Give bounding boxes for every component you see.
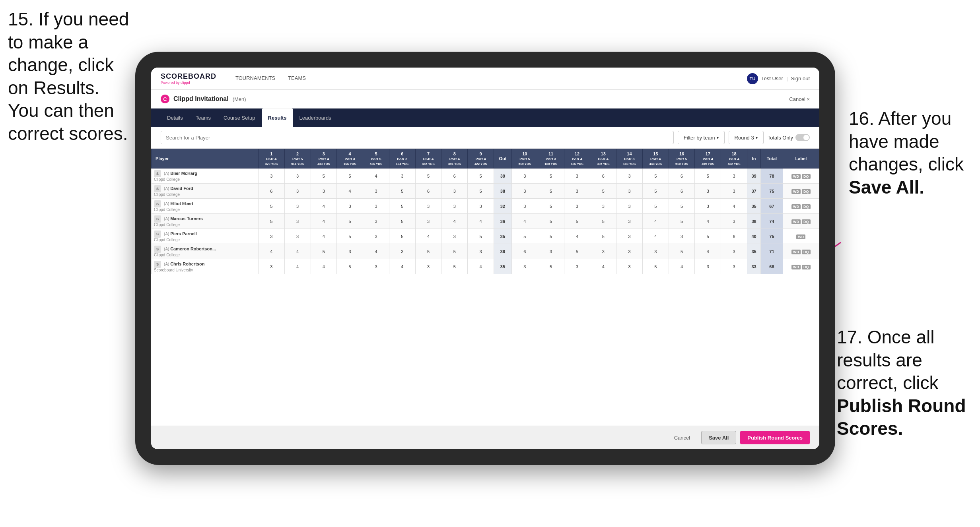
score-hole-17[interactable]: 5 xyxy=(695,169,721,184)
score-hole-8[interactable]: 3 xyxy=(441,184,468,199)
score-hole-9[interactable]: 4 xyxy=(468,214,494,229)
score-hole-18[interactable]: 3 xyxy=(721,169,747,184)
search-input[interactable] xyxy=(161,131,674,144)
score-hole-5[interactable]: 3 xyxy=(363,214,389,229)
score-hole-10[interactable]: 3 xyxy=(511,169,538,184)
totals-toggle-switch[interactable] xyxy=(795,134,810,141)
score-hole-2[interactable]: 3 xyxy=(284,229,311,244)
tab-teams[interactable]: Teams xyxy=(189,108,217,127)
dq-badge[interactable]: DQ xyxy=(802,250,811,254)
wd-badge[interactable]: WD xyxy=(791,189,801,194)
dq-badge[interactable]: DQ xyxy=(802,174,811,179)
wd-badge[interactable]: WD xyxy=(791,250,801,254)
score-hole-9[interactable]: 5 xyxy=(468,229,494,244)
tab-details[interactable]: Details xyxy=(161,108,189,127)
score-hole-14[interactable]: 3 xyxy=(616,229,643,244)
score-hole-17[interactable]: 3 xyxy=(695,199,721,214)
dq-badge[interactable]: DQ xyxy=(802,189,811,194)
wd-badge[interactable]: WD xyxy=(791,174,801,179)
score-hole-1[interactable]: 3 xyxy=(258,169,284,184)
score-hole-13[interactable]: 5 xyxy=(590,229,616,244)
tab-results[interactable]: Results xyxy=(262,108,293,127)
score-hole-6[interactable]: 5 xyxy=(389,184,415,199)
score-hole-4[interactable]: 5 xyxy=(337,229,363,244)
score-hole-4[interactable]: 5 xyxy=(337,214,363,229)
score-hole-13[interactable]: 6 xyxy=(590,169,616,184)
score-hole-6[interactable]: 3 xyxy=(389,169,415,184)
cancel-button[interactable]: Cancel xyxy=(667,431,697,444)
score-hole-9[interactable]: 4 xyxy=(468,259,494,274)
score-hole-18[interactable]: 6 xyxy=(721,229,747,244)
score-hole-2[interactable]: 3 xyxy=(284,214,311,229)
nav-teams[interactable]: TEAMS xyxy=(282,68,312,90)
score-hole-16[interactable]: 5 xyxy=(669,244,695,259)
score-hole-1[interactable]: 6 xyxy=(258,184,284,199)
score-hole-3[interactable]: 3 xyxy=(311,184,337,199)
score-hole-2[interactable]: 3 xyxy=(284,169,311,184)
tab-course-setup[interactable]: Course Setup xyxy=(217,108,262,127)
score-hole-1[interactable]: 3 xyxy=(258,229,284,244)
wd-badge[interactable]: WD xyxy=(791,204,801,209)
nav-tournaments[interactable]: TOURNAMENTS xyxy=(229,68,282,90)
score-hole-7[interactable]: 6 xyxy=(415,184,441,199)
score-hole-4[interactable]: 3 xyxy=(337,199,363,214)
score-hole-4[interactable]: 5 xyxy=(337,259,363,274)
score-hole-16[interactable]: 6 xyxy=(669,169,695,184)
score-hole-13[interactable]: 3 xyxy=(590,244,616,259)
score-hole-14[interactable]: 3 xyxy=(616,184,643,199)
score-hole-14[interactable]: 3 xyxy=(616,214,643,229)
score-hole-17[interactable]: 3 xyxy=(695,259,721,274)
score-hole-8[interactable]: 5 xyxy=(441,244,468,259)
score-hole-1[interactable]: 4 xyxy=(258,244,284,259)
wd-badge[interactable]: WD xyxy=(791,219,801,224)
score-hole-11[interactable]: 5 xyxy=(538,169,564,184)
score-hole-13[interactable]: 3 xyxy=(590,199,616,214)
score-hole-10[interactable]: 3 xyxy=(511,199,538,214)
wd-badge[interactable]: WD xyxy=(796,234,805,239)
score-hole-11[interactable]: 3 xyxy=(538,244,564,259)
score-hole-12[interactable]: 4 xyxy=(564,229,590,244)
score-hole-18[interactable]: 4 xyxy=(721,199,747,214)
wd-badge[interactable]: WD xyxy=(791,265,801,269)
score-hole-14[interactable]: 3 xyxy=(616,199,643,214)
dq-badge[interactable]: DQ xyxy=(802,219,811,224)
score-hole-12[interactable]: 3 xyxy=(564,169,590,184)
score-hole-3[interactable]: 4 xyxy=(311,259,337,274)
save-all-button[interactable]: Save All xyxy=(701,431,736,444)
score-hole-15[interactable]: 5 xyxy=(642,184,669,199)
score-hole-16[interactable]: 4 xyxy=(669,259,695,274)
dq-badge[interactable]: DQ xyxy=(802,204,811,209)
score-hole-11[interactable]: 5 xyxy=(538,184,564,199)
score-hole-14[interactable]: 3 xyxy=(616,244,643,259)
cancel-tournament-link[interactable]: Cancel × xyxy=(789,96,810,102)
score-hole-11[interactable]: 5 xyxy=(538,214,564,229)
score-hole-7[interactable]: 3 xyxy=(415,259,441,274)
score-hole-4[interactable]: 4 xyxy=(337,184,363,199)
score-hole-16[interactable]: 5 xyxy=(669,199,695,214)
score-hole-9[interactable]: 5 xyxy=(468,184,494,199)
score-hole-17[interactable]: 4 xyxy=(695,244,721,259)
score-hole-10[interactable]: 3 xyxy=(511,184,538,199)
score-hole-6[interactable]: 5 xyxy=(389,214,415,229)
score-hole-13[interactable]: 5 xyxy=(590,184,616,199)
score-hole-11[interactable]: 5 xyxy=(538,229,564,244)
score-hole-17[interactable]: 3 xyxy=(695,184,721,199)
score-hole-2[interactable]: 4 xyxy=(284,259,311,274)
score-hole-14[interactable]: 3 xyxy=(616,169,643,184)
score-hole-1[interactable]: 3 xyxy=(258,259,284,274)
score-hole-5[interactable]: 4 xyxy=(363,169,389,184)
score-hole-17[interactable]: 4 xyxy=(695,214,721,229)
score-hole-7[interactable]: 5 xyxy=(415,244,441,259)
score-hole-9[interactable]: 3 xyxy=(468,244,494,259)
score-hole-15[interactable]: 5 xyxy=(642,169,669,184)
score-hole-2[interactable]: 3 xyxy=(284,184,311,199)
tab-leaderboards[interactable]: Leaderboards xyxy=(293,108,338,127)
score-hole-4[interactable]: 5 xyxy=(337,169,363,184)
score-hole-6[interactable]: 3 xyxy=(389,244,415,259)
score-hole-14[interactable]: 3 xyxy=(616,259,643,274)
score-hole-5[interactable]: 4 xyxy=(363,244,389,259)
score-hole-1[interactable]: 5 xyxy=(258,199,284,214)
score-hole-5[interactable]: 3 xyxy=(363,259,389,274)
score-hole-3[interactable]: 4 xyxy=(311,199,337,214)
score-hole-8[interactable]: 6 xyxy=(441,169,468,184)
